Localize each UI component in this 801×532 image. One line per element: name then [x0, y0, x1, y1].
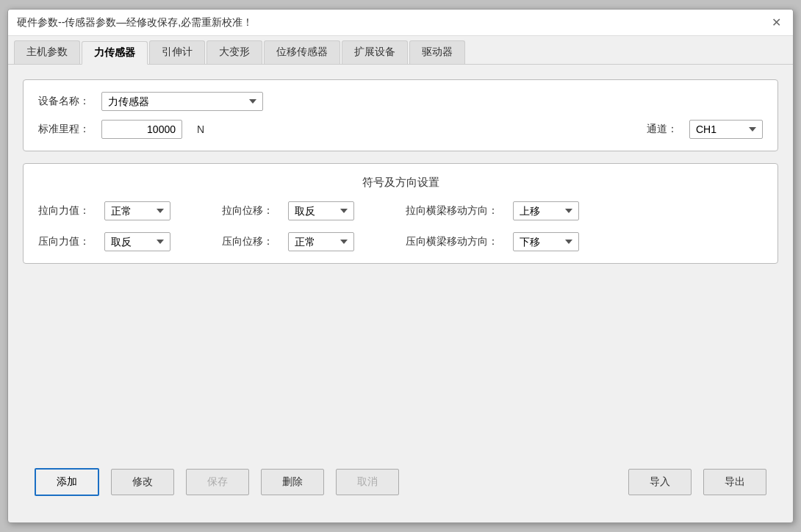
press-force-select[interactable]: 正常 取反 [104, 232, 170, 251]
device-name-label: 设备名称： [38, 95, 90, 108]
tab-disp-sensor[interactable]: 位移传感器 [264, 40, 340, 64]
tab-bar: 主机参数 力传感器 引伸计 大变形 位移传感器 扩展设备 驱动器 [8, 36, 793, 65]
close-button[interactable]: ✕ [769, 15, 784, 29]
edit-button[interactable]: 修改 [111, 469, 174, 495]
add-button[interactable]: 添加 [35, 468, 99, 496]
tab-extensometer[interactable]: 引伸计 [149, 40, 205, 64]
tab-large-deform[interactable]: 大变形 [206, 40, 262, 64]
direction-section-title: 符号及方向设置 [38, 176, 763, 190]
title-text: 硬件参数--传感器参数—经修改保存,必需重新校准！ [17, 16, 253, 29]
pull-beam-label: 拉向横梁移动方向： [406, 204, 498, 218]
tab-expansion[interactable]: 扩展设备 [342, 40, 408, 64]
export-button[interactable]: 导出 [703, 469, 766, 495]
cancel-button[interactable]: 取消 [336, 469, 399, 495]
pull-disp-label: 拉向位移： [222, 204, 273, 218]
pull-disp-select[interactable]: 正常 取反 [288, 201, 354, 220]
tab-force-sensor[interactable]: 力传感器 [82, 41, 148, 65]
save-button[interactable]: 保存 [186, 469, 249, 495]
channel-select[interactable]: CH1 CH2 CH3 CH4 [689, 120, 763, 139]
pull-beam-select[interactable]: 上移 下移 [513, 201, 579, 220]
main-dialog: 硬件参数--传感器参数—经修改保存,必需重新校准！ ✕ 主机参数 力传感器 引伸… [7, 9, 794, 523]
press-beam-label: 压向横梁移动方向： [406, 235, 498, 248]
std-value-input[interactable] [101, 120, 182, 139]
press-row: 压向力值： 正常 取反 压向位移： 正常 取反 压向横梁移动方向： 上移 下移 [38, 232, 763, 251]
device-section: 设备名称： 力传感器 标准里程： N 通道： CH1 CH2 CH3 CH4 [23, 79, 778, 151]
pull-force-select[interactable]: 正常 取反 [104, 201, 170, 220]
std-unit: N [197, 123, 204, 135]
pull-row: 拉向力值： 正常 取反 拉向位移： 正常 取反 拉向横梁移动方向： 上移 下移 [38, 201, 763, 220]
footer: 添加 修改 保存 删除 取消 导入 导出 [23, 456, 778, 508]
pull-force-label: 拉向力值： [38, 204, 90, 218]
std-label: 标准里程： [38, 123, 90, 136]
channel-label: 通道： [647, 123, 678, 136]
press-disp-label: 压向位移： [222, 235, 273, 248]
tab-driver[interactable]: 驱动器 [409, 40, 465, 64]
content-area: 设备名称： 力传感器 标准里程： N 通道： CH1 CH2 CH3 CH4 [8, 65, 793, 522]
device-name-select[interactable]: 力传感器 [101, 92, 263, 111]
direction-section: 符号及方向设置 拉向力值： 正常 取反 拉向位移： 正常 取反 拉向横梁移动方向… [23, 163, 778, 264]
device-name-row: 设备名称： 力传感器 [38, 92, 763, 111]
press-disp-select[interactable]: 正常 取反 [288, 232, 354, 251]
std-row: 标准里程： N 通道： CH1 CH2 CH3 CH4 [38, 120, 763, 139]
delete-button[interactable]: 删除 [261, 469, 324, 495]
press-force-label: 压向力值： [38, 235, 90, 248]
import-button[interactable]: 导入 [628, 469, 692, 495]
press-beam-select[interactable]: 上移 下移 [513, 232, 579, 251]
title-bar: 硬件参数--传感器参数—经修改保存,必需重新校准！ ✕ [8, 10, 793, 36]
tab-host-params[interactable]: 主机参数 [14, 40, 80, 64]
